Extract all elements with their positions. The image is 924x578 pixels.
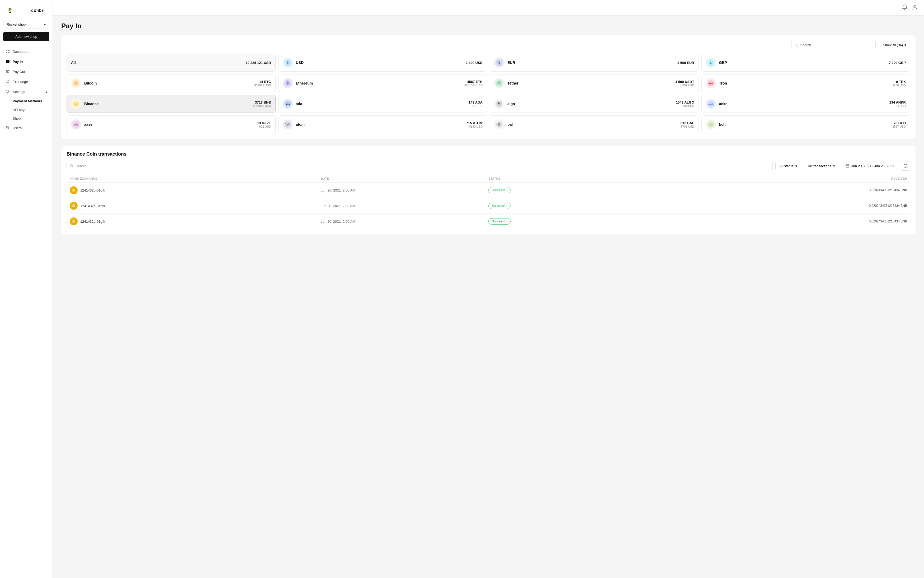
- currency-name: atom: [296, 122, 463, 127]
- settings-icon: [5, 89, 10, 94]
- svg-text:₿: ₿: [75, 82, 77, 85]
- currency-amount: 10 326 121 USD: [246, 61, 271, 65]
- currency-name: USD: [296, 60, 463, 65]
- sidebar-item-label: Exchange: [13, 80, 28, 84]
- currency-amount: 1543 ALGO: [676, 101, 694, 104]
- pair-id: 1241432b-01gfk: [80, 219, 105, 224]
- sidebar-item-payin[interactable]: Pay In: [0, 57, 53, 67]
- received-cell: 0,0202434351213434 BNB: [656, 204, 907, 208]
- currency-card-tron[interactable]: TRX Tron 0 TRX 0.00 USD: [701, 74, 911, 92]
- currency-sub-amount: 409822 USD: [254, 84, 271, 87]
- svg-text:£: £: [710, 61, 712, 64]
- payin-icon: [5, 59, 10, 64]
- date-cell: Jun 20, 2021, 2:00 AM: [321, 188, 489, 192]
- api-keys-label: API keys: [13, 108, 26, 112]
- reset-button[interactable]: [901, 161, 910, 170]
- col-status: STATUS: [489, 177, 656, 180]
- currency-sub-amount: 57 USD: [469, 104, 482, 107]
- currency-card-ada[interactable]: ADA ada 143 ADA 57 USD: [278, 95, 487, 113]
- currency-search-input[interactable]: [800, 43, 872, 47]
- sidebar-item-exchange[interactable]: Exchange: [0, 76, 53, 87]
- svg-rect-2: [6, 50, 7, 51]
- table-row[interactable]: 1241432b-01gfk Jun 20, 2021, 2:00 AM Suc…: [66, 183, 910, 198]
- currency-card-algo[interactable]: algo 1543 ALGO 281 USD: [490, 95, 699, 113]
- currency-card-bch[interactable]: BCH bch 73 BCH 8557 USD: [701, 115, 911, 133]
- currency-name: All: [71, 60, 242, 65]
- svg-text:BCH: BCH: [709, 124, 713, 126]
- sidebar-item-settings[interactable]: Settings ▴: [0, 87, 53, 97]
- table-row[interactable]: 1241432b-01gfk Jun 20, 2021, 2:00 AM Suc…: [66, 214, 910, 229]
- atom-icon: [284, 121, 291, 128]
- table-row[interactable]: 1241432b-01gfk Jun 20, 2021, 2:00 AM Suc…: [66, 198, 910, 214]
- svg-rect-9: [6, 70, 10, 71]
- svg-text:BNB: BNB: [74, 103, 78, 106]
- currency-card-gbp[interactable]: £ GBP 7 200 GBP: [701, 54, 911, 71]
- shop-selector[interactable]: Rocket shop ▾: [3, 20, 49, 29]
- currency-card-atom[interactable]: atom 715 ATOM 8180 USD: [278, 115, 487, 133]
- svg-text:€: €: [498, 61, 500, 64]
- sidebar-item-users[interactable]: Users: [0, 123, 53, 133]
- date-filter[interactable]: Jun 20, 2021 - Jun 26, 2021: [841, 162, 898, 170]
- search-icon: [70, 164, 74, 168]
- svg-text:TRX: TRX: [709, 83, 713, 85]
- btc-icon: ₿: [73, 80, 79, 87]
- users-label: Users: [13, 126, 22, 130]
- sidebar-item-payout[interactable]: Pay Out: [0, 67, 53, 76]
- pair-id: 1241432b-01gfk: [80, 188, 105, 192]
- add-shop-button[interactable]: Add new shop: [3, 32, 49, 41]
- bnb-icon: [71, 219, 76, 224]
- svg-rect-7: [6, 61, 10, 62]
- currency-card-binance[interactable]: BNB Binance 3717 BNB 1194925 USD: [66, 95, 276, 113]
- currency-card-eur[interactable]: € EUR 4 500 EUR: [490, 54, 699, 71]
- sidebar-item-payment-methods[interactable]: Payment Methods: [0, 97, 53, 106]
- chevron-down-icon: ▾: [833, 164, 835, 168]
- currency-amount: 143 ADA: [469, 101, 482, 104]
- svg-point-16: [914, 5, 916, 7]
- transactions-search-box[interactable]: [66, 162, 773, 170]
- sidebar-item-label: Pay Out: [13, 70, 25, 74]
- currency-name: Tron: [719, 81, 890, 85]
- currency-sub-amount: 4 USD: [889, 104, 906, 107]
- received-cell: 0,0202434351213434 BNB: [656, 188, 907, 192]
- page-title: Pay In: [61, 22, 916, 30]
- notifications-icon[interactable]: [902, 4, 908, 11]
- svg-text:ADA: ADA: [285, 103, 290, 106]
- currency-card-bitcoin[interactable]: ₿ Bitcoin 14 BTC 409822 USD: [66, 74, 276, 92]
- currency-name: GBP: [719, 60, 886, 65]
- currency-amount: 612 BAL: [680, 121, 694, 125]
- currency-card-tether[interactable]: ₮ Tether 4 500 USDT 4 501 USD: [490, 74, 699, 92]
- sidebar-item-dashboard[interactable]: Dashboard: [0, 47, 53, 57]
- currency-amount: 4567 ETH: [464, 80, 482, 84]
- sidebar-item-api-keys[interactable]: API keys: [0, 106, 53, 114]
- search-icon: [795, 43, 798, 47]
- show-all-button[interactable]: Show all (34) ▾: [879, 41, 910, 49]
- currency-card-all[interactable]: All 10 326 121 USD: [66, 54, 276, 71]
- currency-name: Tether: [507, 81, 672, 85]
- currency-card-aave[interactable]: AAVE aave 13 AAVE 922 USD: [66, 115, 276, 133]
- currency-amount: 4 500 USDT: [675, 80, 694, 84]
- transactions-search-input[interactable]: [76, 164, 769, 168]
- sidebar-nav: Dashboard Pay In Pay Out Exchange S: [0, 47, 53, 133]
- svg-point-12: [7, 91, 8, 93]
- svg-rect-4: [6, 52, 7, 54]
- currency-amount: 4 500 EUR: [677, 61, 694, 65]
- status-filter[interactable]: All status ▾: [775, 162, 801, 170]
- currency-card-ethereum[interactable]: Ethereum 4567 ETH 8681364 USD: [278, 74, 487, 92]
- ankr-icon: ANKR: [707, 101, 714, 107]
- currency-name: ada: [296, 102, 466, 106]
- currency-card-usd[interactable]: $ USD 1 400 USD: [278, 54, 487, 71]
- page-content: Pay In Show all (34) ▾ All: [53, 16, 924, 578]
- sidebar-item-shop[interactable]: Shop: [0, 114, 53, 123]
- currency-name: bal: [507, 122, 677, 127]
- svg-text:$: $: [287, 61, 288, 65]
- currency-search-box[interactable]: [791, 41, 876, 49]
- currency-name: bch: [719, 122, 889, 127]
- svg-point-17: [795, 44, 797, 46]
- svg-text:ANKR: ANKR: [708, 103, 713, 105]
- type-filter[interactable]: All transactions ▾: [804, 162, 839, 170]
- date-cell: Jun 20, 2021, 2:00 AM: [321, 204, 489, 208]
- currency-card-ankr[interactable]: ANKR ankr 134 ANKR 4 USD: [701, 95, 911, 113]
- currency-card-bal[interactable]: bal 612 BAL 3708 USD: [490, 115, 699, 133]
- user-avatar-icon[interactable]: [912, 4, 918, 11]
- bch-icon: BCH: [707, 121, 714, 128]
